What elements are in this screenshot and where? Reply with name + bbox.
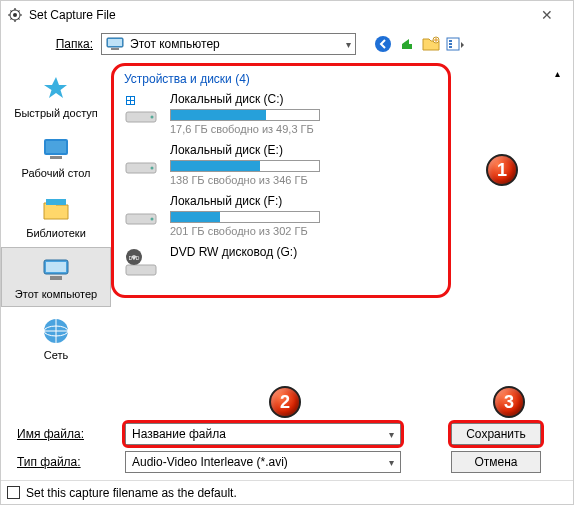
svg-rect-16 — [46, 262, 66, 272]
svg-rect-22 — [127, 97, 130, 100]
svg-rect-17 — [50, 276, 62, 280]
svg-rect-10 — [449, 46, 452, 48]
sidebar-item-label: Рабочий стол — [21, 167, 90, 179]
sidebar-item-quick-access[interactable]: Быстрый доступ — [1, 67, 111, 125]
filename-combobox[interactable]: Название файла ▾ — [125, 423, 401, 445]
sidebar-item-label: Библиотеки — [26, 227, 86, 239]
svg-point-28 — [151, 167, 154, 170]
save-button[interactable]: Сохранить — [451, 423, 541, 445]
gear-icon — [7, 7, 23, 23]
svg-rect-13 — [50, 156, 62, 159]
devices-panel: Устройства и диски (4) Локальный диск (C… — [111, 63, 451, 298]
filename-value: Название файла — [132, 427, 226, 441]
sidebar-item-desktop[interactable]: Рабочий стол — [1, 127, 111, 185]
scroll-up-icon[interactable]: ▴ — [549, 65, 565, 81]
svg-point-26 — [151, 116, 154, 119]
drive-info: 138 ГБ свободно из 346 ГБ — [170, 174, 438, 186]
drive-info: 201 ГБ свободно из 302 ГБ — [170, 225, 438, 237]
folder-select[interactable]: Этот компьютер ▾ — [101, 33, 356, 55]
svg-rect-31 — [126, 265, 156, 275]
annotation-badge-1: 1 — [486, 154, 518, 186]
default-filename-label: Set this capture filename as the default… — [26, 486, 237, 500]
svg-point-5 — [375, 36, 391, 52]
svg-rect-25 — [131, 101, 134, 104]
filetype-combobox[interactable]: Audio-Video Interleave (*.avi) ▾ — [125, 451, 401, 473]
folder-label: Папка: — [13, 37, 93, 51]
annotation-badge-2: 2 — [269, 386, 301, 418]
svg-point-1 — [13, 13, 17, 17]
drive-name: Локальный диск (F:) — [170, 194, 438, 208]
computer-icon — [40, 254, 72, 286]
drive-info: 17,6 ГБ свободно из 49,3 ГБ — [170, 123, 438, 135]
chevron-down-icon: ▾ — [389, 429, 394, 440]
svg-rect-24 — [127, 101, 130, 104]
svg-rect-8 — [449, 40, 452, 42]
svg-rect-23 — [131, 97, 134, 100]
drive-item[interactable]: Локальный диск (E:) 138 ГБ свободно из 3… — [124, 143, 438, 186]
svg-text:DVD: DVD — [129, 255, 140, 261]
filename-label: Имя файла: — [17, 427, 117, 441]
drive-item[interactable]: DVD DVD RW дисковод (G:) — [124, 245, 438, 281]
dvd-icon: DVD — [124, 245, 160, 281]
annotation-badge-3: 3 — [493, 386, 525, 418]
sidebar: Быстрый доступ Рабочий стол Библиотеки Э… — [1, 59, 111, 414]
window-title: Set Capture File — [29, 8, 527, 22]
network-icon — [40, 315, 72, 347]
sidebar-item-network[interactable]: Сеть — [1, 309, 111, 367]
filetype-label: Тип файла: — [17, 455, 117, 469]
cancel-button-label: Отмена — [474, 455, 517, 469]
drive-name: Локальный диск (E:) — [170, 143, 438, 157]
folder-value: Этот компьютер — [130, 37, 220, 51]
svg-rect-7 — [447, 38, 459, 50]
drive-item[interactable]: Локальный диск (F:) 201 ГБ свободно из 3… — [124, 194, 438, 237]
svg-rect-4 — [111, 48, 119, 50]
drive-usage-bar — [170, 160, 320, 172]
back-icon[interactable] — [374, 35, 392, 53]
svg-rect-12 — [46, 141, 66, 153]
drive-icon — [124, 143, 160, 179]
svg-rect-9 — [449, 43, 452, 45]
save-button-label: Сохранить — [466, 427, 526, 441]
svg-rect-14 — [46, 199, 66, 205]
drive-icon — [124, 92, 160, 128]
drive-icon — [124, 194, 160, 230]
desktop-icon — [40, 133, 72, 165]
drive-name: DVD RW дисковод (G:) — [170, 245, 438, 259]
chevron-down-icon: ▾ — [389, 457, 394, 468]
cancel-button[interactable]: Отмена — [451, 451, 541, 473]
chevron-down-icon: ▾ — [346, 39, 351, 50]
svg-point-30 — [151, 218, 154, 221]
star-icon — [40, 73, 72, 105]
drive-name: Локальный диск (C:) — [170, 92, 438, 106]
sidebar-item-label: Сеть — [44, 349, 68, 361]
computer-icon — [106, 37, 124, 51]
filetype-value: Audio-Video Interleave (*.avi) — [132, 455, 288, 469]
new-folder-icon[interactable] — [422, 35, 440, 53]
view-icon[interactable] — [446, 35, 464, 53]
drive-usage-bar — [170, 109, 320, 121]
sidebar-item-label: Этот компьютер — [15, 288, 97, 300]
devices-header: Устройства и диски (4) — [124, 72, 438, 86]
drive-usage-bar — [170, 211, 320, 223]
sidebar-item-libraries[interactable]: Библиотеки — [1, 187, 111, 245]
sidebar-item-label: Быстрый доступ — [14, 107, 98, 119]
svg-rect-3 — [108, 39, 122, 46]
default-filename-checkbox[interactable] — [7, 486, 20, 499]
drive-item[interactable]: Локальный диск (C:) 17,6 ГБ свободно из … — [124, 92, 438, 135]
library-icon — [40, 193, 72, 225]
up-icon[interactable] — [398, 35, 416, 53]
sidebar-item-this-pc[interactable]: Этот компьютер — [1, 247, 111, 307]
close-button[interactable]: ✕ — [527, 2, 567, 28]
